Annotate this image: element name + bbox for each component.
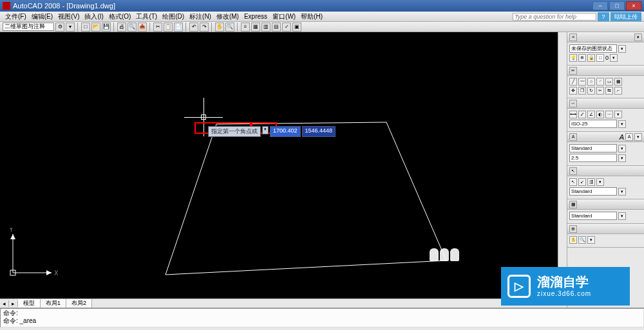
text-height-dropdown-icon[interactable]: ▾ [618,154,626,162]
layer-state-combo[interactable] [569,44,617,53]
maximize-button[interactable]: □ [609,1,625,10]
layer-color-icon[interactable]: □ [596,54,604,62]
rotate-icon[interactable]: ↻ [587,87,595,95]
dynamic-toggle-icon[interactable]: ▾ [262,126,269,134]
dynamic-value-x[interactable]: 1700.402 [270,126,301,137]
command-line[interactable]: 命令: 命令: _area [0,308,644,327]
menu-format[interactable]: 格式(O) [106,12,133,21]
tab-layout2[interactable]: 布局2 [66,299,92,307]
menu-draw[interactable]: 绘图(D) [160,12,187,21]
zoom-icon[interactable]: 🔍 [225,23,234,32]
trim-icon[interactable]: ✂ [596,87,604,95]
arc-icon[interactable]: ◜ [596,78,604,86]
workspace-combo[interactable] [3,23,54,31]
properties-icon[interactable]: ≡ [241,23,250,32]
menu-view[interactable]: 视图(V) [55,12,82,21]
calc-icon[interactable]: ▣ [292,23,301,32]
vertical-scrollbar[interactable] [558,32,567,298]
tab-scroll-right-icon[interactable]: ▸ [9,300,18,307]
fillet-icon[interactable]: ⌐ [614,87,622,95]
layer-state-dropdown-icon[interactable]: ▾ [618,45,626,53]
menu-window[interactable]: 窗口(W) [270,12,298,21]
layer-dropdown-icon[interactable]: ▾ [610,54,618,62]
rect-icon[interactable]: ▭ [605,78,613,86]
menu-insert[interactable]: 插入(I) [82,12,106,21]
dynamic-value-y[interactable]: 1546.4448 [302,126,336,137]
print-icon[interactable]: 🖨 [117,23,126,32]
copy-icon[interactable]: 📋 [164,23,173,32]
pan-icon[interactable]: ✋ [215,23,224,32]
mirror-icon[interactable]: ⇋ [605,87,613,95]
dim-linear-icon[interactable]: ⟷ [569,111,577,118]
save-icon[interactable]: 💾 [102,23,111,32]
publish-icon[interactable]: 📤 [138,23,147,32]
copy2-icon[interactable]: ❐ [578,87,586,95]
dim-style-dropdown-icon[interactable]: ▾ [618,120,626,128]
text-height-field[interactable] [569,154,617,162]
dim-continue-icon[interactable]: ⋯ [605,111,613,118]
tool-palettes-icon[interactable]: ▥ [261,23,270,32]
open-icon[interactable]: 📂 [91,23,100,32]
circle-icon[interactable]: ○ [587,78,595,86]
panel-head-layers[interactable]: ≡ ▾ [567,32,644,42]
dim-aligned-icon[interactable]: ⤢ [578,111,586,118]
text-style-combo[interactable] [569,144,617,152]
layer-freeze-icon[interactable]: ❄ [578,54,586,62]
sheet-set-icon[interactable]: ▤ [272,23,281,32]
nav-pan-icon[interactable]: ✋ [569,236,577,244]
nav-zoom-icon[interactable]: 🔍 [578,236,586,244]
markup-icon[interactable]: ✓ [282,23,291,32]
menu-help[interactable]: 帮助(H) [298,12,325,21]
text-more-icon[interactable]: ▾ [634,133,642,141]
dim-angular-icon[interactable]: ∠ [587,111,595,118]
help-search-input[interactable] [513,13,596,21]
table-style-dropdown-icon[interactable]: ▾ [618,212,626,220]
menu-dimension[interactable]: 标注(N) [187,12,214,21]
mleader-style-combo[interactable] [569,187,617,196]
panel-collapse-icon[interactable]: ▾ [634,33,642,41]
upload-button[interactable]: 咕咕上传 [611,12,641,21]
panel-head-table[interactable]: ▦ [567,199,644,210]
paste-icon[interactable]: 📄 [174,23,183,32]
mleader-add-icon[interactable]: ↖ [569,178,577,186]
redo-icon[interactable]: ↷ [200,23,209,32]
workspace-settings-icon[interactable]: ⚙ [55,23,64,32]
table-style-combo[interactable] [569,212,617,220]
mleader-style-dropdown-icon[interactable]: ▾ [618,188,626,196]
menu-express[interactable]: Express [242,13,270,20]
close-button[interactable]: × [626,1,641,10]
tab-layout1[interactable]: 布局1 [41,299,66,307]
hatch-icon[interactable]: ▦ [614,78,622,86]
dim-style-combo[interactable] [569,120,617,128]
nav-more-icon[interactable]: ▾ [587,236,595,244]
help-icon[interactable]: ? [598,12,609,21]
tab-scroll-left-icon[interactable]: ◂ [0,300,9,307]
move-icon[interactable]: ✥ [569,87,577,95]
menu-tools[interactable]: 工具(T) [133,12,160,21]
design-center-icon[interactable]: ▦ [251,23,260,32]
panel-head-draw[interactable]: ✏ [567,66,644,76]
new-icon[interactable]: □ [81,23,90,32]
layer-on-icon[interactable]: 💡 [569,54,577,62]
line-icon[interactable]: ╱ [569,78,577,86]
panel-head-dimension[interactable]: ↔ [567,98,644,109]
text-style-dropdown-icon[interactable]: ▾ [618,145,626,152]
undo-icon[interactable]: ↶ [189,23,198,32]
dim-more-icon[interactable]: ▾ [614,111,622,118]
mtext-icon[interactable]: A [625,133,633,141]
minimize-button[interactable]: − [592,1,608,10]
menu-file[interactable]: 文件(F) [3,12,29,21]
mleader-align-icon[interactable]: ⇶ [587,178,595,186]
pline-icon[interactable]: 〰 [578,78,586,86]
drawing-canvas[interactable]: 指定第一个角点或 ▾ 1700.402 1546.4448 X Y [0,32,558,298]
cut-icon[interactable]: ✂ [153,23,162,32]
menu-edit[interactable]: 编辑(E) [29,12,55,21]
dim-radius-icon[interactable]: ◐ [596,111,604,118]
preview-icon[interactable]: 🔍 [128,23,137,32]
menu-modify[interactable]: 修改(M) [214,12,242,21]
workspace-save-icon[interactable]: ▾ [66,23,75,32]
panel-head-text[interactable]: A A A ▾ [567,132,644,142]
mleader-remove-icon[interactable]: ↙ [578,178,586,186]
layer-lock-icon[interactable]: 🔒 [587,54,595,62]
tab-model[interactable]: 模型 [18,299,41,307]
